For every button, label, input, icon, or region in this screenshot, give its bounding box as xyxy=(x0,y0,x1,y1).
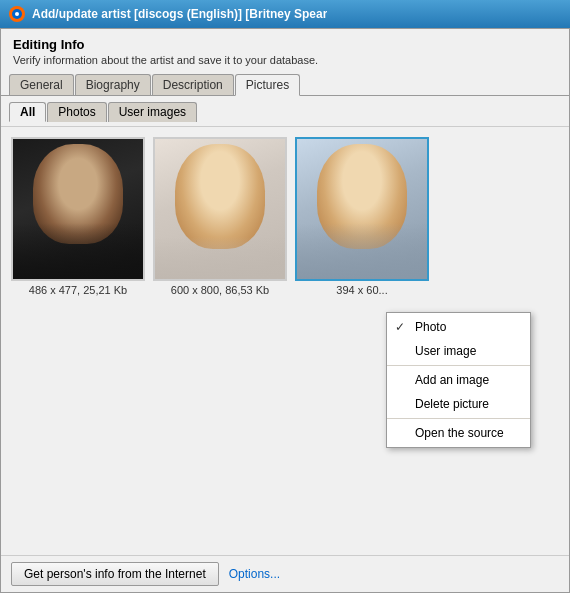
footer: Get person's info from the Internet Opti… xyxy=(1,555,569,592)
main-tabs-container: General Biography Description Pictures xyxy=(1,70,569,96)
image-1-canvas xyxy=(13,139,143,279)
context-menu-photo-label: Photo xyxy=(415,320,446,334)
subtabs-container: All Photos User images xyxy=(1,96,569,127)
subtabs: All Photos User images xyxy=(9,102,561,122)
images-row: 486 x 477, 25,21 Kb 600 x 800, 86,53 Kb … xyxy=(11,137,559,296)
image-item-2[interactable]: 600 x 800, 86,53 Kb xyxy=(153,137,287,296)
context-menu-add-image[interactable]: Add an image xyxy=(387,368,530,392)
context-menu-add-image-label: Add an image xyxy=(415,373,489,387)
context-menu-open-source[interactable]: Open the source xyxy=(387,421,530,445)
image-item-3[interactable]: 394 x 60... xyxy=(295,137,429,296)
editing-info-title: Editing Info xyxy=(13,37,557,52)
context-menu-separator-2 xyxy=(387,418,530,419)
context-menu-open-source-label: Open the source xyxy=(415,426,504,440)
svg-point-2 xyxy=(15,12,19,16)
image-2-canvas xyxy=(155,139,285,279)
context-menu-separator-1 xyxy=(387,365,530,366)
editing-info-section: Editing Info Verify information about th… xyxy=(1,29,569,70)
context-menu-user-image-label: User image xyxy=(415,344,476,358)
get-persons-info-button[interactable]: Get person's info from the Internet xyxy=(11,562,219,586)
subtab-photos[interactable]: Photos xyxy=(47,102,106,122)
image-item-1[interactable]: 486 x 477, 25,21 Kb xyxy=(11,137,145,296)
content-area: 486 x 477, 25,21 Kb 600 x 800, 86,53 Kb … xyxy=(1,127,569,555)
subtab-user-images[interactable]: User images xyxy=(108,102,197,122)
main-tabs: General Biography Description Pictures xyxy=(9,74,561,95)
tab-description[interactable]: Description xyxy=(152,74,234,95)
window-body: Editing Info Verify information about th… xyxy=(0,28,570,593)
image-label-1: 486 x 477, 25,21 Kb xyxy=(29,284,127,296)
context-menu-delete-picture-label: Delete picture xyxy=(415,397,489,411)
tab-biography[interactable]: Biography xyxy=(75,74,151,95)
image-label-2: 600 x 800, 86,53 Kb xyxy=(171,284,269,296)
image-label-3: 394 x 60... xyxy=(336,284,387,296)
image-frame-3[interactable] xyxy=(295,137,429,281)
image-frame-2[interactable] xyxy=(153,137,287,281)
tab-pictures[interactable]: Pictures xyxy=(235,74,300,96)
image-3-canvas xyxy=(297,139,427,279)
title-bar: Add/update artist [discogs (English)] [B… xyxy=(0,0,570,28)
context-menu: ✓ Photo User image Add an image Delete p… xyxy=(386,312,531,448)
options-link[interactable]: Options... xyxy=(229,567,280,581)
tab-general[interactable]: General xyxy=(9,74,74,95)
subtab-all[interactable]: All xyxy=(9,102,46,122)
context-menu-delete-picture[interactable]: Delete picture xyxy=(387,392,530,416)
image-frame-1[interactable] xyxy=(11,137,145,281)
context-menu-user-image[interactable]: User image xyxy=(387,339,530,363)
editing-info-description: Verify information about the artist and … xyxy=(13,54,557,66)
context-menu-photo[interactable]: ✓ Photo xyxy=(387,315,530,339)
window-title: Add/update artist [discogs (English)] [B… xyxy=(32,7,327,21)
checkmark-icon: ✓ xyxy=(395,320,405,334)
app-icon xyxy=(8,5,26,23)
